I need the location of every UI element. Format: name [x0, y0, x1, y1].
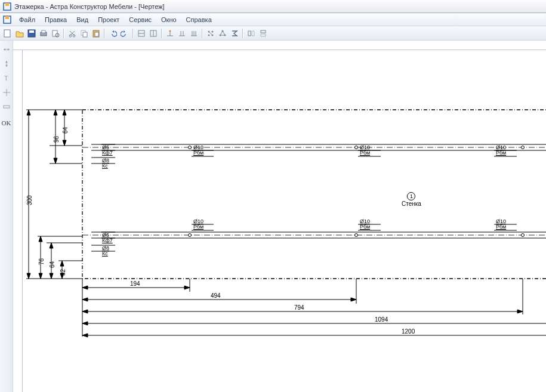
dim1-icon[interactable]	[165, 28, 175, 39]
svg-rect-3	[5, 16, 9, 19]
tool-text-icon[interactable]: T	[1, 73, 12, 84]
anno-rbm-6: Ø10Рбм	[496, 219, 506, 230]
svg-rect-16	[95, 32, 98, 36]
anno-rbm-5: Ø10Рбм	[360, 219, 370, 230]
save-icon[interactable]	[26, 28, 37, 39]
print-icon[interactable]	[38, 28, 49, 39]
svg-point-33	[208, 34, 210, 36]
tool-arrow-v-icon[interactable]	[1, 58, 12, 69]
drawing-canvas[interactable]: 300 96 64 76 64 32 194 494 794 1094 1200…	[23, 50, 546, 392]
dim-794: 794	[294, 304, 304, 311]
menu-help[interactable]: Справка	[181, 15, 217, 24]
svg-point-65	[189, 234, 192, 237]
anno-rbm-3: Ø10Рбм	[496, 145, 506, 156]
svg-rect-8	[42, 30, 45, 33]
tool-ruler-icon[interactable]	[1, 101, 12, 112]
redo-icon[interactable]	[119, 28, 130, 39]
svg-rect-4	[4, 30, 10, 37]
tool-arrow-h-icon[interactable]	[1, 44, 12, 55]
anno-rbm-2: Ø10Рбм	[360, 145, 370, 156]
dim-64t: 64	[62, 127, 69, 134]
tree-icon[interactable]	[205, 28, 216, 39]
flip-h-icon[interactable]	[246, 28, 257, 39]
svg-rect-6	[29, 30, 34, 33]
dim2-icon[interactable]	[177, 28, 187, 39]
svg-text:T: T	[4, 75, 8, 82]
dim-76: 76	[38, 258, 45, 265]
new-icon[interactable]	[2, 28, 13, 39]
cut-icon[interactable]	[67, 28, 78, 39]
menu-view[interactable]: Вид	[72, 15, 93, 24]
dim-494: 494	[211, 292, 221, 299]
menu-service[interactable]: Сервис	[124, 15, 156, 24]
dim-1200: 1200	[402, 328, 415, 335]
dim-32: 32	[60, 269, 66, 276]
menu-window[interactable]: Окно	[156, 15, 181, 24]
svg-rect-46	[4, 106, 10, 108]
drawing-svg	[23, 50, 546, 392]
svg-rect-41	[261, 30, 266, 33]
dim-300: 300	[26, 195, 33, 205]
titlebar: Этажерка - Астра Конструктор Мебели - [Ч…	[0, 0, 546, 13]
open-icon[interactable]	[14, 28, 25, 39]
dim-96: 96	[53, 136, 60, 143]
dim-64b: 64	[49, 261, 55, 268]
ruler-vertical	[13, 50, 23, 392]
flip-v-icon[interactable]	[258, 28, 269, 39]
toolbar	[0, 26, 546, 41]
app-icon	[2, 2, 12, 11]
svg-point-23	[169, 30, 171, 32]
menubar: Файл Правка Вид Проект Сервис Окно Справ…	[0, 13, 546, 26]
anno-rbm-4: Ø10Рбм	[193, 219, 203, 230]
part-label: 1 Стенка	[402, 192, 421, 207]
grid1-icon[interactable]	[136, 28, 147, 39]
network-icon[interactable]	[217, 28, 228, 39]
paste-icon[interactable]	[91, 28, 101, 39]
sigma-icon[interactable]	[229, 28, 240, 39]
left-toolbar: T OK	[0, 41, 13, 392]
dim-194: 194	[130, 280, 140, 287]
svg-rect-39	[248, 31, 251, 36]
tool-move-icon[interactable]	[1, 87, 12, 98]
copy-icon[interactable]	[79, 28, 90, 39]
svg-rect-14	[83, 32, 87, 37]
svg-rect-1	[5, 3, 9, 6]
svg-rect-47	[82, 110, 546, 279]
svg-point-67	[522, 234, 525, 237]
svg-rect-42	[261, 34, 266, 36]
ruler-horizontal	[13, 41, 546, 50]
svg-point-62	[189, 146, 192, 149]
dim3-icon[interactable]	[189, 28, 199, 39]
svg-rect-40	[252, 31, 254, 36]
ok-label[interactable]: OK	[2, 119, 11, 126]
svg-point-63	[355, 146, 358, 149]
window-title: Этажерка - Астра Конструктор Мебели - [Ч…	[14, 3, 165, 10]
dim-1094: 1094	[375, 316, 388, 323]
preview-icon[interactable]	[50, 28, 61, 39]
mdi-icon	[2, 15, 12, 24]
anno-rbm-1: Ø10Рбм	[193, 145, 203, 156]
anno-d5-bot: Ø5 Кф7	[102, 233, 113, 244]
svg-point-64	[522, 146, 525, 149]
svg-point-32	[212, 30, 214, 32]
undo-icon[interactable]	[107, 28, 118, 39]
menu-file[interactable]: Файл	[14, 15, 40, 24]
menu-edit[interactable]: Правка	[40, 15, 72, 24]
grid2-icon[interactable]	[148, 28, 159, 39]
svg-point-66	[355, 234, 358, 237]
anno-d8-bot: Ø8 Кс	[102, 246, 109, 257]
anno-d5-top: Ø5 Кф7	[102, 145, 113, 156]
menu-project[interactable]: Проект	[93, 15, 124, 24]
anno-d8-top: Ø8 Кс	[102, 158, 109, 169]
